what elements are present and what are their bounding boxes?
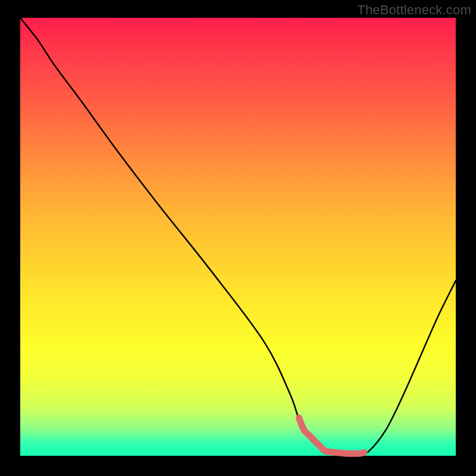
plot-area	[20, 18, 456, 456]
chart-svg	[20, 18, 456, 456]
attribution-text: TheBottleneck.com	[357, 2, 471, 18]
frame: TheBottleneck.com	[0, 0, 476, 476]
bottleneck-curve	[20, 18, 456, 454]
optimal-highlight	[299, 418, 364, 453]
